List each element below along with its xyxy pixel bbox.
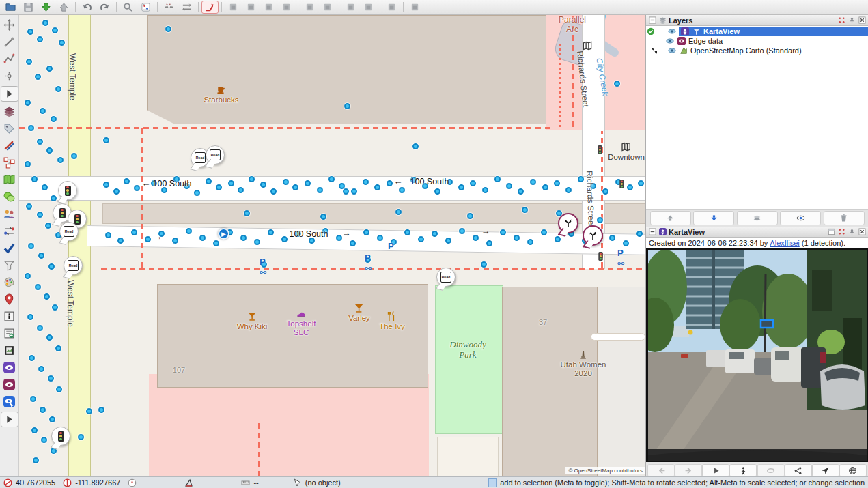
layer-row-osm-carto[interactable]: OpenStreetMap Carto (Standard) bbox=[646, 46, 868, 55]
delete-layer-button[interactable] bbox=[824, 211, 865, 225]
kartaview-image-node[interactable] bbox=[145, 236, 151, 242]
kartaview-image-node[interactable] bbox=[28, 243, 34, 249]
kartaview-image-node[interactable] bbox=[103, 137, 109, 143]
kartaview-image-node[interactable] bbox=[194, 190, 200, 196]
kartaview-image-node[interactable] bbox=[260, 182, 266, 188]
layer-visible-eye-icon[interactable] bbox=[667, 27, 677, 36]
kartaview-image-node[interactable] bbox=[55, 345, 61, 351]
kartaview-image-node[interactable] bbox=[404, 229, 410, 235]
layer-visible-eye-icon[interactable] bbox=[665, 37, 675, 46]
road-sign-detection-marker[interactable]: Road bbox=[436, 268, 456, 287]
kartaview-image-node[interactable] bbox=[268, 229, 274, 235]
kartaview-image-node[interactable] bbox=[522, 207, 528, 213]
kartaview-image-node[interactable] bbox=[38, 253, 44, 259]
kartaview-image-node[interactable] bbox=[542, 184, 548, 190]
kartaview-image-node[interactable] bbox=[494, 176, 501, 182]
kartaview-image-node[interactable] bbox=[186, 228, 192, 234]
kartaview-image-node[interactable] bbox=[527, 239, 533, 245]
preset-1-button[interactable] bbox=[225, 1, 242, 14]
preset-bus-button[interactable] bbox=[319, 1, 336, 14]
map-styles-dialog[interactable] bbox=[2, 173, 17, 187]
kartaview-image-node[interactable] bbox=[530, 179, 536, 185]
kartaview-image-node[interactable] bbox=[49, 416, 55, 422]
conflicts-dialog[interactable] bbox=[2, 224, 17, 238]
follow-line-tool[interactable] bbox=[2, 52, 17, 66]
expand-toolbar[interactable] bbox=[1, 86, 18, 102]
layers-dialog[interactable] bbox=[2, 104, 17, 119]
kartaview-jump-button[interactable] bbox=[201, 1, 219, 14]
kartaview-image-node[interactable] bbox=[37, 212, 43, 218]
kartaview-image-node[interactable] bbox=[317, 187, 323, 193]
kartaview-image-node[interactable] bbox=[399, 187, 405, 193]
layer-row-kartaview[interactable]: KartaView bbox=[646, 27, 868, 36]
kartaview-image-node[interactable] bbox=[482, 187, 488, 193]
kartaview-image-node[interactable] bbox=[55, 86, 61, 92]
traffic-light-detection-marker[interactable] bbox=[51, 427, 70, 446]
layer-row-edge-data[interactable]: Edge data bbox=[646, 36, 868, 46]
kartaview-image-node[interactable] bbox=[213, 240, 219, 246]
kartaview-image-node[interactable] bbox=[344, 103, 350, 109]
kartaview-image-node[interactable] bbox=[445, 238, 451, 244]
kartaview-image-node[interactable] bbox=[134, 185, 140, 191]
kartaview-image-node[interactable] bbox=[117, 238, 124, 244]
collapse-icon[interactable] bbox=[648, 228, 656, 236]
road-sign-detection-marker[interactable]: Road bbox=[206, 145, 225, 164]
kartaview-image-node[interactable] bbox=[410, 177, 417, 183]
kartaview-image-node[interactable] bbox=[412, 143, 419, 149]
kartaview-image-node[interactable] bbox=[206, 178, 212, 184]
kartaview-image-node[interactable] bbox=[40, 108, 46, 114]
kartaview-image-node[interactable] bbox=[228, 180, 234, 186]
kartaview-image-node[interactable] bbox=[37, 139, 43, 145]
kartaview-image-node[interactable] bbox=[578, 176, 584, 182]
move-layer-up-button[interactable] bbox=[650, 211, 691, 225]
kartaview-image-node[interactable] bbox=[184, 183, 190, 189]
layer-visible-eye-icon[interactable] bbox=[667, 46, 677, 55]
tags-dialog[interactable] bbox=[2, 121, 17, 136]
validator-dialog[interactable] bbox=[2, 241, 17, 255]
zoom-search-button[interactable] bbox=[120, 1, 137, 14]
close-panel-icon[interactable] bbox=[858, 16, 866, 25]
kartaview-image-node[interactable] bbox=[602, 188, 608, 195]
kartaview-image-node[interactable] bbox=[86, 408, 92, 414]
preset-castle-button[interactable] bbox=[383, 1, 400, 14]
kartaview-image-node[interactable] bbox=[37, 325, 43, 331]
preset-car-button[interactable] bbox=[301, 1, 318, 14]
kartaview-image-node[interactable] bbox=[309, 238, 315, 244]
kartaview-image-node[interactable] bbox=[40, 407, 46, 413]
kartaview-image-node[interactable] bbox=[165, 26, 171, 32]
kartaview-image-node[interactable] bbox=[249, 176, 255, 182]
kartaview-image-node[interactable] bbox=[328, 176, 335, 182]
kartaview-image-node[interactable] bbox=[52, 27, 58, 33]
kartaview-image-node[interactable] bbox=[473, 235, 479, 241]
selected-turn-detection-marker[interactable] bbox=[558, 213, 578, 233]
rotate-360-button[interactable] bbox=[757, 464, 785, 477]
kartaview-image-node[interactable] bbox=[199, 235, 206, 241]
kartaview-image-node[interactable] bbox=[281, 236, 288, 242]
kartaview-image-node[interactable] bbox=[52, 304, 58, 311]
kartaview-image-node[interactable] bbox=[322, 228, 328, 234]
kartaview-image-node[interactable] bbox=[500, 229, 506, 235]
play-sequence-button[interactable] bbox=[702, 464, 729, 477]
kartaview-image-node[interactable] bbox=[48, 263, 55, 270]
kartaview-image-node[interactable] bbox=[42, 20, 48, 26]
kartaview-image-node[interactable] bbox=[467, 213, 473, 219]
dock-icon[interactable] bbox=[837, 16, 845, 25]
kartaview-image-node[interactable] bbox=[292, 184, 298, 190]
kartaview-image-node[interactable] bbox=[244, 210, 250, 216]
kartaview-image-node[interactable] bbox=[374, 184, 380, 190]
kartaview-image-node[interactable] bbox=[623, 240, 629, 246]
kartaview-image-node[interactable] bbox=[351, 188, 357, 195]
kartaview-image-node[interactable] bbox=[161, 187, 167, 193]
move-layer-down-button[interactable] bbox=[693, 211, 734, 225]
map-canvas[interactable]: 100 South100 South100 South←←→→→West Tem… bbox=[19, 15, 645, 476]
selected-turn-detection-marker[interactable] bbox=[583, 225, 603, 246]
kartaview-image-node[interactable] bbox=[514, 235, 520, 241]
kartaview-image-node[interactable] bbox=[363, 179, 369, 185]
kartaview-image-node[interactable] bbox=[38, 366, 44, 372]
kartaview-image-node[interactable] bbox=[432, 231, 438, 237]
share-button[interactable] bbox=[785, 464, 812, 477]
kartaview-image-node[interactable] bbox=[418, 236, 424, 242]
kartaview-image-node[interactable] bbox=[638, 180, 644, 186]
select-tool[interactable] bbox=[2, 18, 17, 32]
save-button[interactable] bbox=[20, 1, 37, 14]
